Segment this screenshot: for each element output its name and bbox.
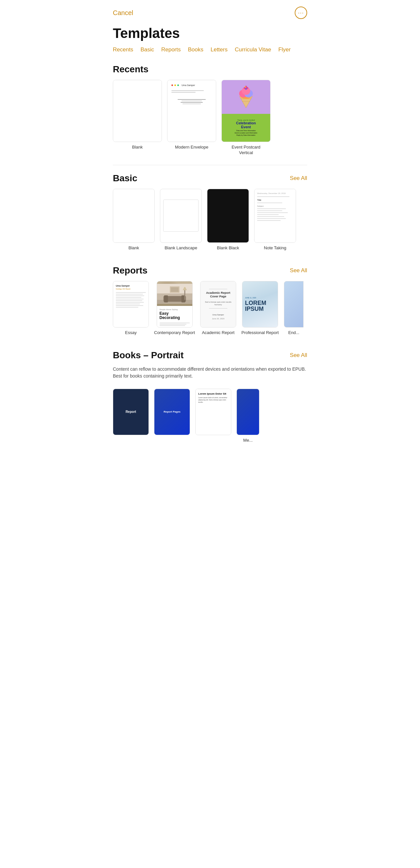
template-label-essay: Essay [125,330,136,336]
books-section-header: Books – Portrait See All [105,344,315,366]
env-name: Uma Samper [182,84,195,86]
contemporary-thumb: Simple Home Styling Easy Decorating [157,281,193,328]
tab-basic[interactable]: Basic [140,46,154,53]
template-label-blank-black: Blank Black [217,245,239,251]
reports-templates-row: Uma Samper Geology 101 Report Essay [105,281,315,344]
prof-main: LOREMIPSUM [245,300,266,312]
book-blue-thumb: Report Pages [154,389,190,435]
academic-thumb: Academic Report Cover Page Sed ut lereas… [200,281,236,328]
acad-title: Academic Report Cover Page [203,291,233,299]
cancel-button[interactable]: Cancel [113,9,133,17]
template-label-contemporary: Contemporary Report [154,330,195,336]
envelope-thumb-container: Uma Samper [167,80,216,142]
book-partial-thumb [236,389,259,435]
note-date: Wednesday, December 18, 2019 [257,192,293,194]
template-contemporary[interactable]: Simple Home Styling Easy Decorating Cont… [154,281,195,336]
template-essay[interactable]: Uma Samper Geology 101 Report Essay [113,281,149,336]
books-templates-row: Report Report Pages Lorem Ipsum Dolor Si… [105,389,315,451]
svg-point-13 [245,86,246,88]
partial-report-thumb [284,281,303,328]
blank-black-thumb [207,189,249,243]
essay-thumb: Uma Samper Geology 101 Report [113,281,149,328]
section-divider-1 [113,165,307,165]
svg-rect-18 [164,295,168,302]
env-dot-green [177,85,179,86]
recents-templates-row: Blank Uma Samper [105,80,315,163]
template-academic[interactable]: Academic Report Cover Page Sed ut lereas… [200,281,236,336]
essay-subtitle: Geology 101 Report [116,288,146,290]
template-label-academic: Academic Report [202,330,234,336]
recents-title: Recents [113,64,149,74]
template-label-envelope: Modern Envelope [175,145,208,150]
recents-section-header: Recents [105,58,315,80]
cont-big: Easy Decorating [160,311,190,320]
cel-details: Data and Time InformationEvent Location … [234,130,257,136]
lorem-title: Lorem Ipsum Dolor Sit [198,392,228,395]
book-lorem-thumb: Lorem Ipsum Dolor Sit Lorem ipsum dolor … [195,389,231,435]
celebration-thumb-container: Tiana, you're invited CelebrationEvent D… [221,80,270,142]
lorem-body: Lorem ipsum dolor sit amet, consectetur … [198,397,228,403]
basic-see-all[interactable]: See All [290,175,307,182]
env-dot-yellow [174,85,176,86]
page-title: Templates [105,22,315,46]
template-blank-basic[interactable]: Blank [113,189,155,251]
template-book-dark[interactable]: Report [113,389,149,443]
basic-title: Basic [113,173,137,184]
ice-cream-area [222,80,270,114]
acad-author: Uma Samper [212,314,224,316]
template-label-note-taking: Note Taking [264,245,286,251]
cont-header: Simple Home Styling [160,309,190,310]
tab-letters[interactable]: Letters [211,46,228,53]
template-book-blue[interactable]: Report Pages [154,389,190,443]
note-taking-thumb: Wednesday, December 18, 2019 Title Subje… [254,189,296,243]
template-label-professional: Professional Report [241,330,279,336]
top-bar: Cancel ··· [105,0,315,22]
blank-basic-thumb [113,189,155,243]
celebration-text-area: Tiana, you're invited CelebrationEvent D… [222,114,270,142]
cont-image-inner [157,281,192,306]
template-professional[interactable]: JUNE 11, 2020 LOREMIPSUM Professional Re… [241,281,279,336]
cel-main-text: CelebrationEvent [236,121,256,129]
tab-flyer[interactable]: Flyer [278,46,291,53]
env-dot-red [171,85,173,86]
blank-landscape-thumb [160,189,202,243]
template-blank-black[interactable]: Blank Black [207,189,249,251]
tab-reports[interactable]: Reports [161,46,181,53]
tab-books[interactable]: Books [188,46,203,53]
book-dark-thumb-container: Report [113,389,149,435]
basic-templates-row: Blank Blank Landscape Blank Black Wednes… [105,189,315,259]
template-event-postcard[interactable]: Tiana, you're invited CelebrationEvent D… [221,80,270,156]
cont-text: Simple Home Styling Easy Decorating [157,306,192,327]
tab-recents[interactable]: Recents [113,46,133,53]
book-blue-label: Report Pages [164,410,181,413]
books-see-all[interactable]: See All [290,352,307,359]
svg-rect-20 [184,290,185,300]
svg-point-12 [246,87,248,89]
template-label-blank-basic: Blank [129,245,139,251]
template-book-lorem[interactable]: Lorem Ipsum Dolor Sit Lorem ipsum dolor … [195,389,231,443]
prof-date: JUNE 11, 2020 [245,297,256,299]
template-label-book-partial: Me... [244,438,253,443]
reports-section-header: Reports See All [105,259,315,281]
essay-name: Uma Samper [116,285,146,287]
svg-rect-23 [171,287,179,292]
template-note-taking[interactable]: Wednesday, December 18, 2019 Title Subje… [254,189,296,251]
template-label-blank: Blank [132,145,143,150]
template-label-partial: End... [288,330,299,336]
acad-subtitle: Sed ut lereas quis enim iaculis humamy [203,301,233,306]
template-modern-envelope[interactable]: Uma Samper Modern Envelope [167,80,216,156]
template-partial-report[interactable]: End... [284,281,303,336]
books-title: Books – Portrait [113,350,184,361]
professional-thumb: JUNE 11, 2020 LOREMIPSUM [242,281,278,328]
more-options-button[interactable]: ··· [295,6,307,19]
reports-see-all[interactable]: See All [290,267,307,274]
tab-curricula-vitae[interactable]: Curricula Vitae [235,46,271,53]
book-dark-title: Report [126,410,136,413]
template-blank-landscape[interactable]: Blank Landscape [160,189,202,251]
basic-section-header: Basic See All [105,166,315,189]
books-description-section: Content can reflow to accommodate differ… [105,366,315,383]
template-book-partial[interactable]: Me... [236,389,259,443]
category-tabs: Recents Basic Reports Books Letters Curr… [105,46,315,58]
template-blank-recent[interactable]: Blank [113,80,162,156]
reports-title: Reports [113,265,148,276]
